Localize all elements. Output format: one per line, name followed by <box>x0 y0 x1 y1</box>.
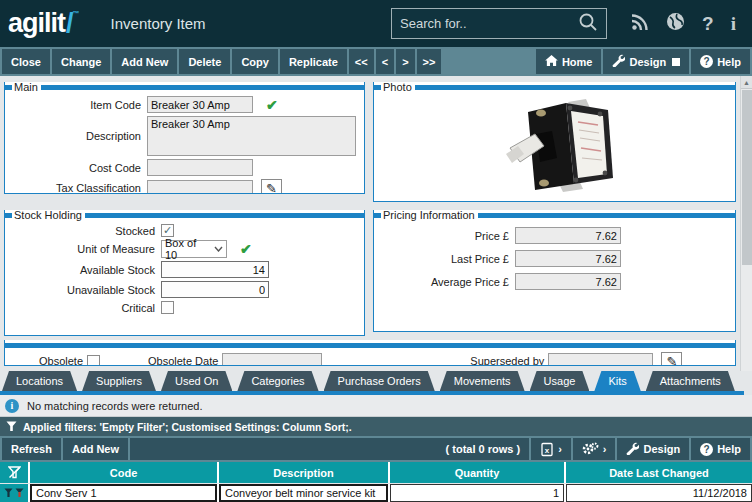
info-message: No matching records were returned. <box>27 400 202 412</box>
search-box[interactable]: Search for.. <box>391 8 607 39</box>
tab-suppliers[interactable]: Suppliers <box>82 371 156 391</box>
first-record-button[interactable]: << <box>349 49 374 74</box>
scrollbar-thumb[interactable] <box>742 90 752 265</box>
record-toolbar: Close Change Add New Delete Copy Replica… <box>0 47 752 76</box>
design-button[interactable]: Design <box>603 49 689 74</box>
applied-filters-text: Applied filters: 'Empty Filter'; Customi… <box>23 421 352 433</box>
next-record-button[interactable]: > <box>396 49 414 74</box>
grid-settings-button[interactable]: › <box>573 438 616 460</box>
info-icon[interactable]: i <box>731 13 736 35</box>
unavailable-stock-row: Unavailable Stock <box>13 281 356 298</box>
tab-usage[interactable]: Usage <box>530 371 590 391</box>
design-label: Design <box>629 56 666 68</box>
tax-classification-field[interactable] <box>147 180 253 195</box>
legend-text: Photo <box>381 82 415 93</box>
unavailable-stock-label: Unavailable Stock <box>13 284 161 296</box>
critical-checkbox[interactable] <box>161 301 174 314</box>
grid-toolbar: Refresh Add New ( total 0 rows ) x › › D… <box>0 436 752 462</box>
pencil-icon: ✎ <box>266 181 277 195</box>
close-button[interactable]: Close <box>2 49 50 74</box>
home-button[interactable]: Home <box>536 49 602 74</box>
clear-filter-icon <box>8 466 21 479</box>
column-header-code[interactable]: Code <box>30 462 217 483</box>
main-section-legend: Main <box>5 82 364 93</box>
obsolete-section-legend <box>5 340 735 351</box>
item-code-label: Item Code <box>13 99 147 111</box>
tab-movements[interactable]: Movements <box>440 371 525 391</box>
cost-code-field[interactable] <box>147 159 253 176</box>
price-field[interactable] <box>515 227 621 244</box>
delete-button[interactable]: Delete <box>179 49 230 74</box>
tax-edit-button[interactable]: ✎ <box>261 179 282 194</box>
search-icon[interactable] <box>578 12 598 36</box>
column-header-date-last-changed[interactable]: Date Last Changed <box>566 462 752 483</box>
available-stock-field[interactable] <box>161 261 269 278</box>
column-header-description[interactable]: Description <box>219 462 388 483</box>
obsolete-date-field[interactable] <box>222 353 322 367</box>
row-filter-cell[interactable] <box>0 484 28 502</box>
change-button[interactable]: Change <box>52 49 110 74</box>
wrench-icon <box>626 442 639 457</box>
help-button[interactable]: ? Help <box>691 49 750 74</box>
add-new-button[interactable]: Add New <box>112 49 177 74</box>
globe-icon[interactable] <box>666 12 685 35</box>
help-label: Help <box>717 56 741 68</box>
tab-attachments[interactable]: Attachments <box>646 371 735 391</box>
tab-kits[interactable]: Kits <box>594 371 640 391</box>
grid-design-button[interactable]: Design <box>617 438 689 460</box>
last-record-button[interactable]: >> <box>417 49 442 74</box>
tab-purchase-orders[interactable]: Purchase Orders <box>324 371 435 391</box>
copy-button[interactable]: Copy <box>232 49 278 74</box>
legend-bar <box>41 85 364 90</box>
average-price-field[interactable] <box>515 273 621 290</box>
export-excel-button[interactable]: x › <box>531 438 571 460</box>
cell-code[interactable]: Conv Serv 1 <box>30 484 217 502</box>
grid-help-label: Help <box>717 443 741 455</box>
total-rows-text: ( total 0 rows ) <box>446 443 521 455</box>
legend-text: Main <box>12 82 41 93</box>
superseded-by-field[interactable] <box>548 353 653 367</box>
toolbar-right-group: Home Design ? Help <box>536 49 750 74</box>
rss-icon[interactable] <box>631 13 649 35</box>
chevron-down-icon <box>211 246 226 252</box>
table-row[interactable]: Conv Serv 1 Conveyor belt minor service … <box>0 484 752 502</box>
critical-label: Critical <box>13 302 161 314</box>
price-row: Price £ <box>382 227 727 244</box>
superseded-edit-button[interactable]: ✎ <box>661 352 682 366</box>
refresh-button[interactable]: Refresh <box>2 438 61 460</box>
photo-section-legend: Photo <box>374 82 735 93</box>
row-actions-column-header[interactable] <box>0 462 28 483</box>
cell-date-last-changed[interactable]: 11/12/2018 <box>566 484 752 502</box>
tab-categories[interactable]: Categories <box>237 371 318 391</box>
info-circle-icon: i <box>5 399 19 413</box>
tab-used-on[interactable]: Used On <box>161 371 232 391</box>
description-field[interactable]: Breaker 30 Amp <box>147 116 356 156</box>
kits-table-header: Code Description Quantity Date Last Chan… <box>0 462 752 483</box>
price-label: Price £ <box>382 230 515 242</box>
unit-of-measure-select[interactable]: Box of 10 <box>161 240 227 258</box>
tab-locations[interactable]: Locations <box>2 371 77 391</box>
grid-help-button[interactable]: ? Help <box>691 438 750 460</box>
legend-bar <box>415 85 735 90</box>
column-header-quantity[interactable]: Quantity <box>390 462 564 483</box>
help-icon[interactable]: ? <box>702 13 714 35</box>
replicate-button[interactable]: Replicate <box>280 49 347 74</box>
last-price-field[interactable] <box>515 250 621 267</box>
scroll-up-arrow[interactable]: ▲ <box>741 76 752 89</box>
unavailable-stock-field[interactable] <box>161 281 269 298</box>
last-price-row: Last Price £ <box>382 250 727 267</box>
logo-text: agilit <box>8 8 65 38</box>
obsolete-checkbox[interactable] <box>87 355 100 367</box>
cell-description[interactable]: Conveyor belt minor service kit <box>219 484 388 502</box>
grid-add-new-button[interactable]: Add New <box>63 438 128 460</box>
circuit-breaker-image <box>440 96 670 196</box>
item-code-field[interactable] <box>147 96 253 113</box>
vertical-scrollbar[interactable]: ▲ <box>740 76 752 371</box>
grid-toolbar-strip: ( total 0 rows ) <box>130 438 529 460</box>
row-filter-icon <box>4 488 13 498</box>
stocked-checkbox[interactable]: ✓ <box>161 224 174 237</box>
cost-code-row: Cost Code <box>13 159 356 176</box>
cell-quantity[interactable]: 1 <box>390 484 564 502</box>
stock-holding-section: Stock Holding Stocked ✓ Unit of Measure … <box>4 210 365 336</box>
previous-record-button[interactable]: < <box>376 49 394 74</box>
